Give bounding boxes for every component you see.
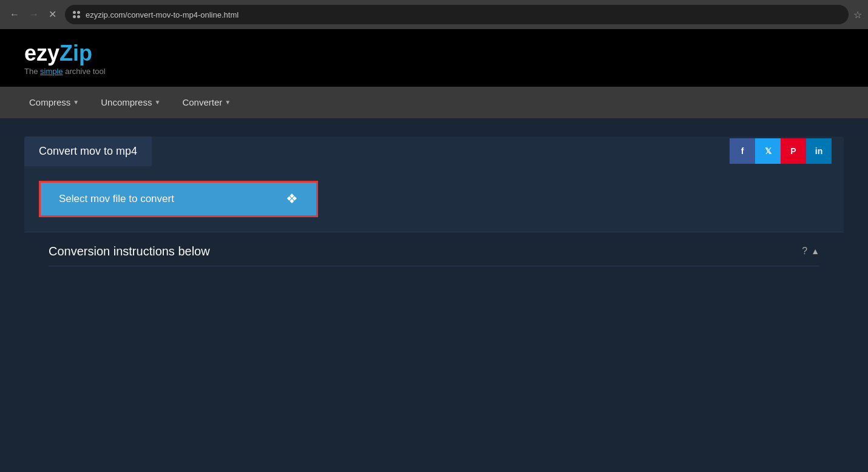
instructions-title: Conversion instructions below bbox=[49, 244, 210, 258]
upload-area: Select mov file to convert ❖ bbox=[24, 166, 844, 232]
facebook-icon: f bbox=[741, 146, 744, 156]
logo-ezy-text: ezy bbox=[24, 41, 59, 66]
main-content: Convert mov to mp4 f 𝕏 P in Select mov f… bbox=[0, 118, 868, 422]
back-button[interactable]: ← bbox=[6, 7, 23, 22]
browser-toolbar: ← → ✕ ezyzip.com/convert-mov-to-mp4-onli… bbox=[0, 0, 868, 29]
close-button[interactable]: ✕ bbox=[45, 7, 60, 22]
tagline-highlight: simple bbox=[40, 67, 63, 76]
facebook-share-button[interactable]: f bbox=[730, 138, 755, 164]
nav-converter[interactable]: Converter ▼ bbox=[171, 89, 242, 116]
nav-converter-label: Converter bbox=[182, 97, 222, 107]
nav-uncompress[interactable]: Uncompress ▼ bbox=[90, 89, 171, 116]
forward-button[interactable]: → bbox=[25, 7, 42, 22]
instructions-section: Conversion instructions below ? ▲ bbox=[24, 232, 844, 272]
social-buttons: f 𝕏 P in bbox=[730, 138, 844, 164]
nav-compress[interactable]: Compress ▼ bbox=[18, 89, 90, 116]
converter-card: Convert mov to mp4 f 𝕏 P in Select mov f… bbox=[24, 137, 844, 232]
address-bar[interactable]: ezyzip.com/convert-mov-to-mp4-online.htm… bbox=[65, 5, 849, 24]
url-text: ezyzip.com/convert-mov-to-mp4-online.htm… bbox=[86, 10, 239, 19]
dropbox-icon: ❖ bbox=[286, 191, 298, 207]
compress-arrow-icon: ▼ bbox=[73, 99, 79, 106]
logo: ezyZip bbox=[24, 41, 844, 66]
converter-header: Convert mov to mp4 f 𝕏 P in bbox=[24, 137, 844, 166]
twitter-share-button[interactable]: 𝕏 bbox=[755, 138, 781, 164]
chevron-up-icon[interactable]: ▲ bbox=[811, 246, 819, 256]
nav-uncompress-label: Uncompress bbox=[101, 97, 152, 107]
uncompress-arrow-icon: ▼ bbox=[154, 99, 160, 106]
linkedin-share-button[interactable]: in bbox=[806, 138, 832, 164]
site-icon bbox=[72, 10, 81, 19]
bookmark-button[interactable]: ☆ bbox=[853, 9, 862, 21]
converter-arrow-icon: ▼ bbox=[225, 99, 231, 106]
logo-zip-text: Zip bbox=[59, 41, 92, 66]
converter-title: Convert mov to mp4 bbox=[24, 137, 152, 166]
nav-compress-label: Compress bbox=[29, 97, 70, 107]
help-icon[interactable]: ? bbox=[802, 246, 807, 257]
pinterest-icon: P bbox=[790, 146, 796, 156]
pinterest-share-button[interactable]: P bbox=[781, 138, 806, 164]
tagline-after: archive tool bbox=[63, 67, 106, 76]
browser-chrome: ← → ✕ ezyzip.com/convert-mov-to-mp4-onli… bbox=[0, 0, 868, 29]
upload-label: Select mov file to convert bbox=[59, 193, 174, 205]
nav-buttons: ← → ✕ bbox=[6, 7, 60, 22]
site-nav: Compress ▼ Uncompress ▼ Converter ▼ bbox=[0, 87, 868, 118]
twitter-icon: 𝕏 bbox=[765, 146, 771, 156]
instructions-controls: ? ▲ bbox=[802, 246, 819, 257]
linkedin-icon: in bbox=[815, 146, 822, 156]
select-file-button[interactable]: Select mov file to convert ❖ bbox=[39, 181, 318, 217]
site-header: ezyZip The simple archive tool bbox=[0, 29, 868, 87]
tagline-before: The bbox=[24, 67, 40, 76]
logo-tagline: The simple archive tool bbox=[24, 67, 844, 76]
instructions-header: Conversion instructions below ? ▲ bbox=[49, 244, 819, 266]
